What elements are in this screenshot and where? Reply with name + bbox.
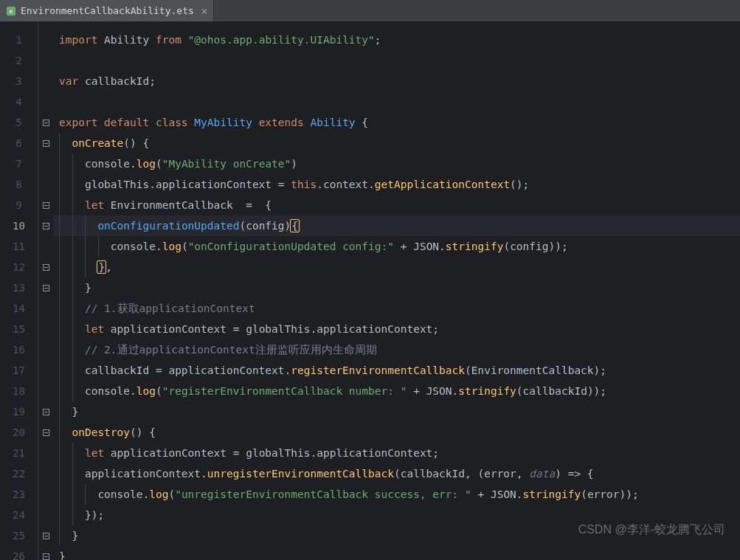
- line-number: 10: [0, 215, 38, 236]
- watermark: CSDN @李洋-蛟龙腾飞公司: [578, 522, 725, 538]
- line-number: 2: [0, 50, 38, 71]
- line-number: 23: [0, 484, 38, 505]
- tab-filename: EnvironmentCallbackAbility.ets: [21, 5, 194, 16]
- code-line[interactable]: }: [53, 401, 740, 422]
- ets-file-icon: e: [6, 6, 16, 16]
- code-line[interactable]: let EnvironmentCallback = {: [53, 195, 740, 215]
- line-number: 8: [0, 174, 38, 195]
- line-number: 26: [0, 546, 38, 560]
- line-number: 4: [0, 91, 38, 112]
- code-line[interactable]: onDestroy() {: [53, 422, 740, 443]
- line-number: 24: [0, 505, 38, 525]
- code-line[interactable]: console.log("MyAbility onCreate"): [53, 153, 740, 174]
- line-number: 11: [0, 236, 38, 257]
- fold-marker: [38, 319, 53, 339]
- file-tab[interactable]: e EnvironmentCallbackAbility.ets ×: [0, 0, 214, 21]
- code-line[interactable]: import Ability from "@ohos.app.ability.U…: [53, 30, 740, 50]
- line-number: 22: [0, 463, 38, 484]
- fold-marker[interactable]: [38, 277, 53, 298]
- line-number: 18: [0, 381, 38, 401]
- fold-marker[interactable]: [38, 215, 53, 236]
- code-line[interactable]: // 1.获取applicationContext: [53, 298, 740, 319]
- editor: 1234567891011121314151617181920212223242…: [0, 22, 740, 560]
- line-number: 25: [0, 525, 38, 546]
- line-number: 6: [0, 133, 38, 153]
- line-number-gutter: 1234567891011121314151617181920212223242…: [0, 22, 38, 560]
- code-line[interactable]: console.log("onConfigurationUpdated conf…: [53, 236, 740, 257]
- fold-marker: [38, 463, 53, 484]
- line-number: 12: [0, 257, 38, 277]
- line-number: 19: [0, 401, 38, 422]
- line-number: 13: [0, 277, 38, 298]
- fold-marker: [38, 505, 53, 525]
- fold-marker: [38, 91, 53, 112]
- svg-text:e: e: [10, 8, 13, 15]
- code-line[interactable]: let applicationContext = globalThis.appl…: [53, 319, 740, 339]
- fold-marker: [38, 174, 53, 195]
- fold-marker[interactable]: [38, 525, 53, 546]
- code-line[interactable]: [53, 50, 740, 71]
- fold-marker[interactable]: [38, 401, 53, 422]
- code-line[interactable]: console.log("registerEnvironmentCallback…: [53, 381, 740, 401]
- fold-marker: [38, 484, 53, 505]
- code-line[interactable]: },: [53, 257, 740, 277]
- fold-marker: [38, 381, 53, 401]
- line-number: 15: [0, 319, 38, 339]
- code-line[interactable]: callbackId = applicationContext.register…: [53, 360, 740, 381]
- line-number: 16: [0, 339, 38, 360]
- code-line[interactable]: onConfigurationUpdated(config){: [53, 215, 740, 236]
- fold-marker[interactable]: [38, 112, 53, 133]
- fold-marker: [38, 360, 53, 381]
- fold-gutter: [38, 22, 53, 560]
- fold-marker: [38, 30, 53, 50]
- line-number: 21: [0, 443, 38, 463]
- fold-marker: [38, 339, 53, 360]
- tab-bar: e EnvironmentCallbackAbility.ets ×: [0, 0, 740, 22]
- fold-marker[interactable]: [38, 257, 53, 277]
- fold-marker: [38, 298, 53, 319]
- line-number: 5: [0, 112, 38, 133]
- code-area[interactable]: import Ability from "@ohos.app.ability.U…: [53, 22, 740, 560]
- fold-marker[interactable]: [38, 422, 53, 443]
- line-number: 20: [0, 422, 38, 443]
- fold-marker: [38, 443, 53, 463]
- code-line[interactable]: var callbackId;: [53, 71, 740, 91]
- code-line[interactable]: // 2.通过applicationContext注册监听应用内生命周期: [53, 339, 740, 360]
- code-line[interactable]: }: [53, 277, 740, 298]
- fold-marker[interactable]: [38, 133, 53, 153]
- fold-marker: [38, 71, 53, 91]
- fold-marker: [38, 50, 53, 71]
- fold-marker[interactable]: [38, 195, 53, 215]
- fold-marker[interactable]: [38, 546, 53, 560]
- line-number: 1: [0, 30, 38, 50]
- fold-marker: [38, 236, 53, 257]
- code-line[interactable]: }: [53, 546, 740, 560]
- fold-marker: [38, 153, 53, 174]
- line-number: 3: [0, 71, 38, 91]
- code-line[interactable]: let applicationContext = globalThis.appl…: [53, 443, 740, 463]
- code-line[interactable]: export default class MyAbility extends A…: [53, 112, 740, 133]
- line-number: 17: [0, 360, 38, 381]
- code-line[interactable]: onCreate() {: [53, 133, 740, 153]
- code-line[interactable]: console.log("unregisterEnvironmentCallba…: [53, 484, 740, 505]
- line-number: 9: [0, 195, 38, 215]
- line-number: 7: [0, 153, 38, 174]
- close-icon[interactable]: ×: [201, 5, 207, 17]
- line-number: 14: [0, 298, 38, 319]
- code-line[interactable]: applicationContext.unregisterEnvironment…: [53, 463, 740, 484]
- code-line[interactable]: globalThis.applicationContext = this.con…: [53, 174, 740, 195]
- code-line[interactable]: [53, 91, 740, 112]
